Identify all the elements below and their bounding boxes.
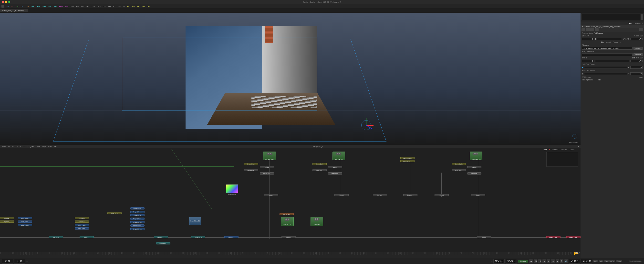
proxy-browse-button[interactable]: Browse (634, 53, 642, 56)
quality-hiq-button[interactable]: HiQ (593, 260, 598, 262)
shelf-tool-sv[interactable]: SV (10, 5, 14, 7)
left-groups_b-2[interactable]: Shape_Plane... (75, 224, 89, 226)
left-groups_c-1[interactable]: Shape_Plane... (130, 207, 144, 209)
left-groups_b-0[interactable]: Duplicate_1 (75, 217, 89, 219)
note-left[interactable]: Commentbox... (400, 157, 414, 159)
viewer-tool-10[interactable]: Shad (47, 146, 52, 147)
shelf-tool-hcv[interactable]: HCv (91, 5, 96, 7)
cluster-top_far-1[interactable]: Merge3 (467, 166, 482, 168)
shelf-tool-rng[interactable]: Rng (141, 5, 146, 7)
range-start-field[interactable] (2, 259, 13, 263)
global-range-slider[interactable] (597, 38, 622, 40)
shelf-tool-bg[interactable]: BG (15, 5, 19, 7)
goto-end-button[interactable]: ⏭ (556, 259, 559, 263)
merge-row-1[interactable]: Merge5 (334, 194, 348, 196)
shelf-tool-ld[interactable]: LD (6, 5, 10, 7)
subtab-extra1-icon[interactable]: ◦ (620, 41, 620, 43)
merge-row-5[interactable]: Merge7 (471, 194, 485, 196)
hold-first-slider[interactable] (584, 66, 628, 69)
shelf-tool-3sl[interactable]: 3SL (48, 5, 52, 7)
quality-mb-button[interactable]: MB (599, 260, 604, 262)
shelf-tool-elp[interactable]: Elp (132, 5, 136, 7)
flow-menu-icon[interactable]: ⋯ (576, 149, 579, 151)
left-groups_a-4[interactable]: Shape_Plane... (18, 224, 32, 226)
render-button[interactable]: Render (518, 260, 528, 262)
shelf-tool-xf[interactable]: Xf (122, 5, 126, 7)
shelf-tool-ccv[interactable]: CCv (85, 5, 90, 7)
3d-viewer[interactable]: Perspective (0, 13, 580, 145)
page-common-icon[interactable] (595, 28, 598, 31)
left-groups_b-3[interactable]: Shape_Plane... (75, 227, 89, 229)
subtab-extra2-icon[interactable]: ◦ (623, 41, 623, 43)
left-merge-2[interactable]: Merge3D1_1 (154, 236, 168, 238)
hold-first-field[interactable] (630, 66, 642, 69)
shelf-tool-fn[interactable]: FN (20, 5, 24, 7)
maximize-window-button[interactable] (8, 1, 10, 3)
left-groups_c-0[interactable]: Duplicate_1 (108, 212, 122, 214)
stop-button[interactable]: ■ (542, 259, 546, 263)
inspector-menu-icon[interactable] (641, 17, 643, 20)
bottom-row-4[interactable]: Saver6_20/FR... (546, 236, 560, 238)
left-groups_c-3[interactable]: Shape_Plane... (130, 214, 144, 216)
cluster-top_right-2[interactable]: AlphaDivide... (312, 169, 327, 171)
filename-field[interactable] (582, 47, 632, 50)
viewer-tool-7[interactable]: Quad (29, 146, 34, 147)
tab-spline[interactable]: Spline (569, 149, 575, 151)
loop-label[interactable]: Loop (639, 76, 642, 78)
viewer-tool-4[interactable]: B (19, 146, 22, 147)
loader-node-4[interactable]: Loader4 (310, 217, 323, 226)
cluster-top_right-3[interactable]: AlphaMultipl... (328, 172, 342, 174)
tab-console[interactable]: Console (552, 149, 559, 151)
shelf-tool-3sh[interactable]: 3Sh (36, 5, 40, 7)
subtab-import[interactable]: Import (606, 41, 611, 43)
left-groups_a-0[interactable]: Duplicate_1 (0, 217, 14, 219)
shelf-tool-3cm[interactable]: 3Cm (42, 5, 47, 7)
cluster-top_far-0[interactable]: ChannelBool... (452, 163, 466, 165)
page-file-icon[interactable] (582, 28, 586, 31)
trim-out-field[interactable] (630, 60, 642, 62)
colorcorrect-node[interactable]: ColorCorrect... (280, 213, 294, 215)
viewer-tool-9[interactable]: Light (42, 146, 47, 147)
tab-tools[interactable]: Tools (628, 22, 632, 25)
quality-prx-button[interactable]: Prx (604, 260, 609, 262)
viewer-tool-6[interactable]: □ (26, 146, 28, 147)
shelf-tool-rct[interactable]: Rct (147, 5, 151, 7)
subtab-file[interactable]: File (601, 41, 604, 43)
bottom-row-2[interactable]: Merge11 (282, 236, 296, 238)
shelf-tool-pem[interactable]: pEm (58, 5, 64, 7)
bottom-row-1[interactable]: Override3D... (224, 236, 238, 238)
shelf-tool-bc[interactable]: BC (76, 5, 80, 7)
loader-node-0[interactable]: Car_02_CG... (263, 152, 276, 160)
flow-navigator[interactable] (546, 152, 578, 167)
play-forward-button[interactable]: ▶ (547, 259, 550, 263)
process-mode-value[interactable]: Full Frames (594, 32, 603, 34)
tab-modifiers[interactable]: Modifiers (635, 22, 642, 25)
inspector-pin-icon[interactable] (641, 15, 643, 17)
left-groups_c-4[interactable]: Shape_Plane... (130, 217, 144, 220)
cluster-top_far-3[interactable]: AlphaMultipl... (467, 172, 482, 174)
left-groups_b-1[interactable]: Duplicate_2 (75, 220, 89, 223)
bottom-row-0[interactable]: Merge3D1_2 (191, 236, 205, 238)
quality-some-button[interactable]: Some (616, 260, 622, 262)
loader-node-1[interactable]: CLF_02_2... (332, 152, 345, 160)
note-right[interactable]: Commentbox... (400, 160, 414, 162)
left-groups_a-1[interactable]: Duplicate_2 (0, 220, 14, 223)
range-out-field[interactable] (569, 259, 580, 263)
inspector-node-title[interactable]: ▾Loader4: Cam_002_02_Schatten_Key_####.e… (580, 25, 644, 28)
proxy-filename-field[interactable] (582, 53, 632, 56)
cluster-top_right-1[interactable]: Merge3 (328, 166, 342, 168)
missing-frame-value[interactable]: Fail (598, 79, 601, 81)
tab-flow[interactable]: Flow (542, 149, 547, 151)
shelf-tool-3im[interactable]: 3Im (31, 5, 35, 7)
minimize-window-button[interactable] (5, 1, 7, 3)
shelf-tool-cc[interactable]: CC (80, 5, 84, 7)
left-groups_a-3[interactable]: Shape_Plane... (18, 220, 32, 223)
merge-row-4[interactable]: Merge8 (434, 194, 449, 196)
left-groups_a-2[interactable]: Shape_Plane... (18, 217, 32, 219)
shelf-tool-bm[interactable]: Bm (127, 5, 131, 7)
page-channels-icon[interactable] (590, 28, 594, 31)
reverse-checkbox[interactable]: ☐ (582, 76, 584, 78)
hold-last-field[interactable] (630, 72, 642, 75)
trim-in-field[interactable] (582, 60, 594, 62)
global-out-field[interactable] (630, 38, 642, 40)
